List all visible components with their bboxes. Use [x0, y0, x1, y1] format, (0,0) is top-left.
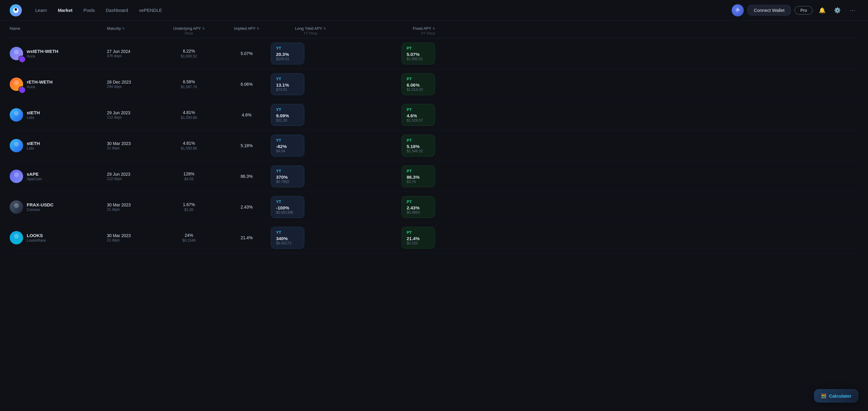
pt-card[interactable]: PT 86.3% $3.74 — [402, 165, 435, 187]
underlying-price: $1,550.86 — [181, 116, 197, 120]
asset-cell-reth-weth: rETH-WETH Aura — [10, 78, 107, 91]
pt-label: PT — [407, 107, 412, 112]
col-implied-apy[interactable]: Implied APY ⇅ — [222, 26, 271, 35]
implied-apy-cell: 21.4% — [222, 235, 271, 240]
asset-protocol: Convex — [27, 207, 54, 212]
yt-pct: -82% — [276, 144, 287, 149]
underlying-price: $1,600.52 — [181, 54, 197, 58]
table-row[interactable]: stETH Lido 30 Mar 2023 21 days 4.81% $1,… — [10, 130, 858, 161]
table-row[interactable]: stETH Lido 29 Jun 2023 112 days 4.81% $1… — [10, 100, 858, 130]
svg-point-10 — [19, 87, 25, 93]
long-yield-cell: YT -100% $0.001396 — [271, 196, 350, 218]
svg-point-6 — [14, 50, 19, 54]
svg-point-1 — [14, 8, 17, 11]
nav-market[interactable]: Market — [53, 5, 77, 15]
yt-card[interactable]: YT 370% $0.7892 — [271, 165, 304, 187]
asset-name: stETH — [27, 110, 40, 115]
asset-protocol: ApeCoin — [27, 177, 42, 181]
pt-card[interactable]: PT 5.18% $1,546.32 — [402, 135, 435, 156]
table-row[interactable]: sAPE ApeCoin 29 Jun 2023 112 days 128% $… — [10, 161, 858, 192]
pt-card[interactable]: PT 2.43% $0.9993 — [402, 196, 435, 218]
underlying-apy-cell: 6.22% $1,600.52 — [155, 49, 222, 58]
maturity-date: 30 Mar 2023 — [107, 202, 155, 207]
maturity-date: 30 Mar 2023 — [107, 233, 155, 238]
col-underlying-apy[interactable]: Underlying APY ⇅ Price — [155, 26, 222, 35]
pt-card[interactable]: PT 21.4% $0.153 — [402, 227, 435, 249]
pt-card[interactable]: PT 4.6% $1,529.57 — [402, 104, 435, 126]
underlying-apy-value: 6.22% — [183, 49, 195, 54]
underlying-price: $4.53 — [184, 177, 193, 181]
yt-label: YT — [276, 169, 281, 173]
eth-avatar — [732, 4, 744, 17]
calculator-button[interactable]: 🧮 Calculator — [814, 389, 858, 403]
pt-card[interactable]: PT 5.07% $1,500.51 — [402, 42, 435, 64]
underlying-apy-value: 128% — [183, 172, 194, 176]
implied-apy-cell: 5.07% — [222, 51, 271, 56]
pt-price: $1,500.51 — [407, 57, 423, 61]
notifications-button[interactable]: 🔔 — [816, 5, 828, 16]
pt-card[interactable]: PT 6.06% $1,514.25 — [402, 73, 435, 95]
table-row[interactable]: wstETH-WETH Aura 27 Jun 2024 476 days 6.… — [10, 38, 858, 69]
table-row[interactable]: LOOKS LooksRare 30 Mar 2023 21 days 24% … — [10, 223, 858, 253]
nav-learn[interactable]: Learn — [30, 5, 52, 15]
maturity-cell: 27 Jun 2024 476 days — [107, 49, 155, 58]
yt-card[interactable]: YT 9.09% $21.30 — [271, 104, 304, 126]
fixed-apy-cell: PT 86.3% $3.74 — [350, 165, 435, 187]
underlying-price: $0.1548 — [182, 238, 195, 242]
pro-badge[interactable]: Pro — [795, 6, 813, 14]
fixed-apy-cell: PT 5.18% $1,546.32 — [350, 135, 435, 156]
nav-dashboard[interactable]: Dashboard — [101, 5, 133, 15]
yt-label: YT — [276, 77, 281, 81]
pt-label: PT — [407, 199, 412, 204]
logo[interactable] — [10, 4, 22, 17]
col-maturity[interactable]: Maturity ⇅ — [107, 26, 155, 35]
asset-cell-frax-usdc: FRAX-USDC Convex — [10, 200, 107, 214]
implied-apy-cell: 86.3% — [222, 174, 271, 179]
pt-pct: 2.43% — [407, 205, 420, 210]
asset-name: LOOKS — [27, 233, 46, 238]
implied-apy-cell: 2.43% — [222, 205, 271, 209]
underlying-apy-value: 4.81% — [183, 141, 195, 146]
more-button[interactable]: ⋯ — [847, 5, 858, 16]
yt-pct: 9.09% — [276, 113, 289, 118]
yt-card[interactable]: YT -82% $4.54 — [271, 135, 304, 156]
svg-point-7 — [19, 56, 25, 62]
yt-label: YT — [276, 46, 281, 51]
underlying-price: $1.00 — [184, 208, 193, 212]
long-yield-cell: YT 370% $0.7892 — [271, 165, 350, 187]
table-row[interactable]: rETH-WETH Aura 28 Dec 2023 294 days 6.58… — [10, 69, 858, 100]
col-fixed-apy[interactable]: Fixed APY ⇅ PT Price — [350, 26, 435, 35]
more-icon: ⋯ — [850, 7, 855, 14]
nav-vependle[interactable]: vePENDLE — [134, 5, 167, 15]
nav-pools[interactable]: Pools — [79, 5, 100, 15]
yt-price: $4.54 — [276, 149, 285, 153]
yt-label: YT — [276, 107, 281, 112]
bell-icon: 🔔 — [819, 7, 826, 14]
implied-apy-cell: 6.06% — [222, 82, 271, 87]
table-header: Name Maturity ⇅ Underlying APY ⇅ Price I… — [10, 23, 858, 38]
pt-price: $0.153 — [407, 241, 418, 245]
underlying-apy-cell: 6.58% $1,587.76 — [155, 79, 222, 89]
implied-apy-cell: 5.18% — [222, 143, 271, 148]
asset-icon-steth-1 — [10, 108, 23, 122]
fixed-apy-cell: PT 6.06% $1,514.25 — [350, 73, 435, 95]
asset-cell-steth-2: stETH Lido — [10, 139, 107, 152]
underlying-apy-value: 1.67% — [183, 202, 195, 207]
asset-name: FRAX-USDC — [27, 202, 54, 207]
yt-card[interactable]: YT -100% $0.001396 — [271, 196, 304, 218]
table-row[interactable]: FRAX-USDC Convex 30 Mar 2023 21 days 1.6… — [10, 192, 858, 223]
yt-card[interactable]: YT 340% $0.00173 — [271, 227, 304, 249]
pt-pct: 5.07% — [407, 52, 420, 57]
connect-wallet-button[interactable]: Connect Wallet — [747, 5, 791, 16]
fixed-sort-icon: ⇅ — [432, 27, 435, 30]
long-yield-cell: YT 340% $0.00173 — [271, 227, 350, 249]
col-long-yield[interactable]: Long Yield APY ⇅ YT Price — [271, 26, 350, 35]
yt-pct: 20.3% — [276, 52, 289, 57]
maturity-days: 476 days — [107, 54, 155, 58]
fixed-apy-cell: PT 5.07% $1,500.51 — [350, 42, 435, 64]
yt-card[interactable]: YT 13.1% $73.51 — [271, 73, 304, 95]
maturity-days: 21 days — [107, 146, 155, 150]
yt-card[interactable]: YT 20.3% $100.01 — [271, 42, 304, 64]
settings-button[interactable]: ⚙️ — [832, 5, 843, 16]
asset-icon-reth-weth — [10, 78, 23, 91]
